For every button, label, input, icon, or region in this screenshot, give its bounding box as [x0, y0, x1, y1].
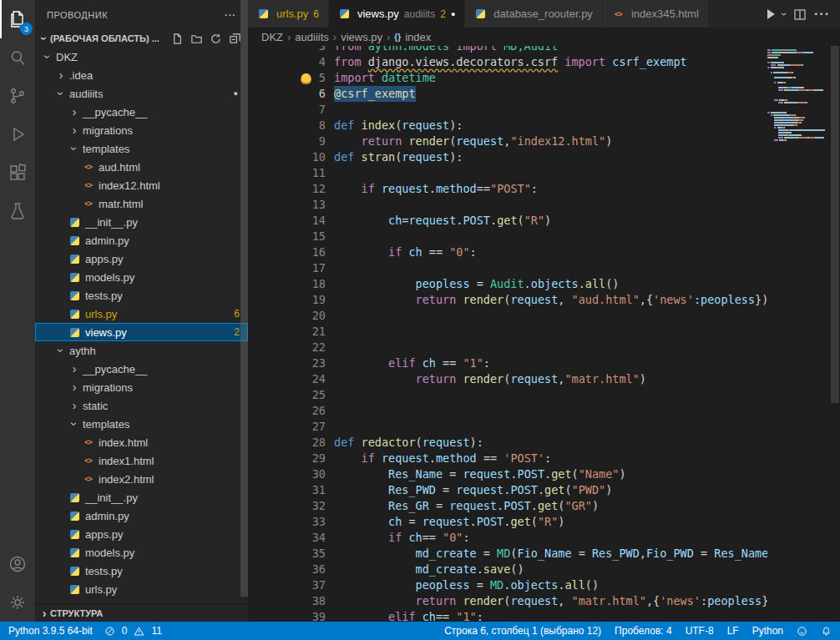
tree-folder-__pycache__[interactable]: ›__pycache__: [35, 360, 248, 378]
tree-file-index.html[interactable]: <>index.html: [35, 433, 248, 451]
code-line-19[interactable]: 19 return render(request, "aud.html",{'n…: [248, 292, 767, 308]
more-actions-icon[interactable]: ···: [814, 7, 830, 22]
code-line-24[interactable]: 24 return render(request,"matr.html"): [248, 371, 767, 387]
split-editor-icon[interactable]: [793, 8, 807, 21]
code-line-9[interactable]: 9 return render(request,"index12.html"): [248, 134, 767, 149]
code-line-22[interactable]: 22: [248, 340, 767, 355]
code-line-10[interactable]: 10def stran(request):: [248, 149, 767, 165]
collapse-all-icon[interactable]: [229, 33, 241, 45]
tree-file-aud.html[interactable]: <>aud.html: [35, 158, 248, 176]
run-python-file-button[interactable]: [767, 9, 775, 19]
code-line-29[interactable]: 29 if request.method == 'POST':: [248, 451, 767, 466]
code-line-11[interactable]: 11: [248, 165, 767, 181]
language-mode[interactable]: Python: [752, 625, 783, 637]
code-line-39[interactable]: 39 elif ch== "1":: [248, 609, 767, 622]
code-line-13[interactable]: 13: [248, 197, 767, 213]
code-line-26[interactable]: 26: [248, 403, 767, 419]
notifications-bell-icon[interactable]: [821, 626, 832, 637]
feedback-smiley-icon[interactable]: [797, 626, 807, 637]
code-line-36[interactable]: 36 md_create.save(): [248, 562, 767, 577]
code-line-20[interactable]: 20: [248, 308, 767, 324]
cursor-position[interactable]: Строка 6, столбец 1 (выбрано 12): [444, 625, 601, 637]
tree-folder-templates[interactable]: ›templates: [35, 415, 248, 433]
code-line-12[interactable]: 12 if request.method=="POST":: [248, 181, 767, 197]
eol-sequence[interactable]: LF: [727, 625, 739, 637]
outline-section-header[interactable]: › СТРУКТУРА: [35, 603, 248, 622]
code-line-3[interactable]: 3from aythh.models import MD,Audit: [248, 46, 767, 54]
code-line-4[interactable]: 4from django.views.decorators.csrf impor…: [248, 54, 767, 70]
breadcrumb-item-views.py[interactable]: views.py: [341, 31, 382, 43]
tree-file-__init__.py[interactable]: __init__.py: [35, 488, 248, 506]
breadcrumb-item-index[interactable]: index: [405, 31, 431, 43]
tab-index345.html[interactable]: <>index345.html: [603, 0, 709, 28]
code-line-8[interactable]: 8def index(request):: [248, 118, 767, 134]
code-line-23[interactable]: 23 elif ch == "1":: [248, 355, 767, 371]
extensions-icon[interactable]: [0, 154, 35, 192]
code-line-5[interactable]: 5import datetime: [248, 70, 767, 86]
tree-folder-__pycache__[interactable]: ›__pycache__: [35, 103, 248, 121]
tab-database_roouter.py[interactable]: database_roouter.py: [465, 0, 603, 28]
code-line-31[interactable]: 31 Res_PWD = request.POST.get("PWD"): [248, 482, 767, 498]
code-area[interactable]: 3from aythh.models import MD,Audit4from …: [248, 46, 767, 622]
code-line-16[interactable]: 16 if ch == "0":: [248, 244, 767, 260]
tree-folder-templates[interactable]: ›templates: [35, 139, 248, 158]
code-line-17[interactable]: 17: [248, 260, 767, 276]
sidebar-more-icon[interactable]: ···: [225, 10, 236, 20]
code-line-37[interactable]: 37 peopless = MD.objects.all(): [248, 577, 767, 593]
code-line-35[interactable]: 35 md_create = MD(Fio_Name = Res_PWD,Fio…: [248, 546, 767, 562]
code-line-6[interactable]: 6@csrf_exempt: [248, 86, 767, 102]
new-folder-icon[interactable]: [190, 33, 203, 45]
tree-file-index12.html[interactable]: <>index12.html: [35, 176, 248, 194]
code-line-15[interactable]: 15: [248, 229, 767, 244]
code-line-28[interactable]: 28def redactor(request):: [248, 435, 767, 451]
settings-gear-icon[interactable]: [0, 583, 35, 622]
explorer-icon[interactable]: 3: [0, 0, 35, 38]
sidebar-scrollbar[interactable]: [240, 0, 248, 597]
breadcrumb-item-DKZ[interactable]: DKZ: [261, 31, 283, 43]
editor-scrollbar[interactable]: [829, 46, 840, 622]
tree-file-admin.py[interactable]: admin.py: [35, 506, 248, 525]
code-line-21[interactable]: 21: [248, 324, 767, 340]
code-line-18[interactable]: 18 peopless = Audit.objects.all(): [248, 276, 767, 292]
tree-file-matr.html[interactable]: <>matr.html: [35, 194, 248, 213]
tree-file-index1.html[interactable]: <>index1.html: [35, 451, 248, 470]
problems-indicator[interactable]: 0 11: [104, 625, 162, 637]
tree-file-urls.py[interactable]: urls.py: [35, 580, 248, 598]
tree-file-index2.html[interactable]: <>index2.html: [35, 470, 248, 488]
encoding[interactable]: UTF-8: [686, 625, 714, 637]
workspace-section-header[interactable]: › (РАБОЧАЯ ОБЛАСТЬ) ...: [35, 29, 248, 48]
code-line-25[interactable]: 25: [248, 387, 767, 403]
tree-folder-aythh[interactable]: ›aythh: [35, 341, 248, 360]
code-line-32[interactable]: 32 Res_GR = request.POST.get("GR"): [248, 498, 767, 514]
tree-folder-migrations[interactable]: ›migrations: [35, 121, 248, 139]
code-line-7[interactable]: 7: [248, 102, 767, 118]
tree-file-models.py[interactable]: models.py: [35, 543, 248, 562]
search-icon[interactable]: [0, 38, 35, 77]
tree-file-views.py[interactable]: views.py2: [35, 323, 248, 341]
minimap[interactable]: [767, 46, 829, 622]
tree-folder-static[interactable]: ›static: [35, 396, 248, 415]
tree-folder-.idea[interactable]: ›.idea: [35, 66, 248, 84]
code-line-38[interactable]: 38 return render(request, "matr.html",{'…: [248, 593, 767, 609]
tree-file-urls.py[interactable]: urls.py6: [35, 305, 248, 323]
code-line-30[interactable]: 30 Res_Name = request.POST.get("Name"): [248, 466, 767, 482]
code-line-27[interactable]: 27: [248, 419, 767, 435]
testing-icon[interactable]: [0, 192, 35, 230]
run-dropdown-icon[interactable]: ›: [778, 13, 790, 16]
source-control-icon[interactable]: [0, 77, 35, 115]
tree-file-apps.py[interactable]: apps.py: [35, 525, 248, 543]
code-line-34[interactable]: 34 if ch== "0":: [248, 530, 767, 546]
tree-folder-DKZ[interactable]: ›DKZ: [35, 48, 248, 66]
python-interpreter[interactable]: Python 3.9.5 64-bit: [8, 625, 93, 637]
tree-file-admin.py[interactable]: admin.py: [35, 231, 248, 249]
tree-file-models.py[interactable]: models.py: [35, 268, 248, 286]
tab-views.py[interactable]: views.pyaudiiits2●: [329, 0, 465, 28]
code-line-14[interactable]: 14 ch=request.POST.get("R"): [248, 213, 767, 229]
indentation[interactable]: Пробелов: 4: [615, 625, 672, 637]
account-icon[interactable]: [0, 545, 35, 583]
lightbulb-icon[interactable]: [301, 73, 311, 83]
run-debug-icon[interactable]: [0, 115, 35, 154]
tree-folder-migrations[interactable]: ›migrations: [35, 378, 248, 396]
breadcrumb-item-audiiits[interactable]: audiiits: [295, 31, 328, 43]
code-line-33[interactable]: 33 ch = request.POST.get("R"): [248, 514, 767, 530]
